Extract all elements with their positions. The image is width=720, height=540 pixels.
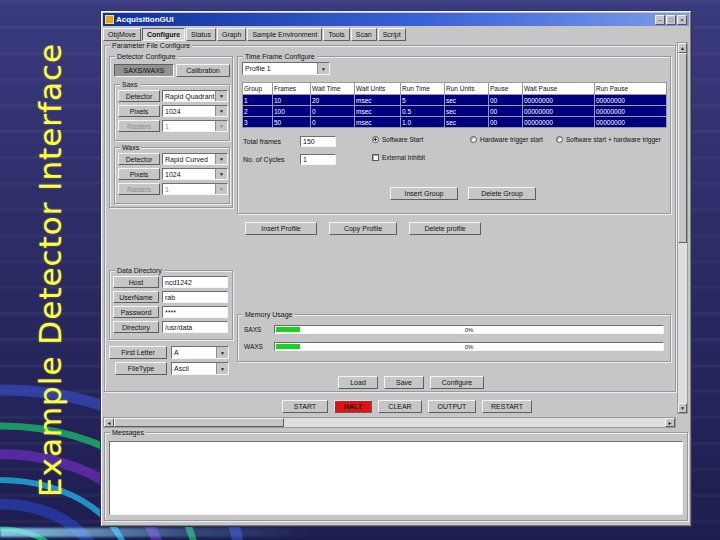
table-cell[interactable]: 00000000 [523,95,595,106]
table-cell[interactable]: 1.0 [401,117,445,128]
tab-scan[interactable]: Scan [351,28,377,41]
calibration-button[interactable]: Calibration [176,64,230,77]
table-cell[interactable]: 5 [401,95,445,106]
table-cell[interactable]: 100 [273,106,311,117]
configure-button[interactable]: Configure [430,376,484,389]
password-field[interactable]: **** [162,306,228,318]
parameter-file-panel: Parameter File Configure Detector Config… [104,45,676,392]
table-cell[interactable]: 00000000 [595,95,667,106]
copy-profile-button[interactable]: Copy Profile [329,222,397,235]
tab-sample-environment[interactable]: Sample Environment [247,28,322,41]
saxswaxs-button[interactable]: SAXS/WAXS [114,64,174,77]
radio-software-start[interactable]: Software Start [372,136,423,143]
time-frame-configure-title: Time Frame Configure [243,52,317,61]
waxs-rasters-value: 1 [163,184,215,194]
delete-group-button[interactable]: Delete Group [468,187,536,200]
table-cell[interactable]: 00 [489,106,523,117]
scroll-up-icon[interactable]: ▲ [678,43,687,53]
save-button[interactable]: Save [384,376,424,389]
table-row[interactable]: 2 100 0 msec 0.5 sec 00 00000000 0000000… [243,106,667,117]
table-cell[interactable]: msec [355,95,401,106]
table-cell[interactable]: 2 [243,106,273,117]
table-cell[interactable]: 00 [489,117,523,128]
scrollbar-thumb[interactable] [114,418,284,427]
clear-button[interactable]: CLEAR [378,400,422,413]
table-cell[interactable]: 00000000 [595,106,667,117]
table-cell[interactable]: 0.5 [401,106,445,117]
profile-select[interactable]: Profile 1 ▼ [242,62,330,75]
table-row[interactable]: 3 50 0 msec 1.0 sec 00 00000000 00000000 [243,117,667,128]
filetype-value: Ascii [172,363,216,374]
filetype-select[interactable]: Ascii ▼ [171,362,229,375]
start-button[interactable]: START [282,400,328,413]
messages-textarea[interactable] [109,441,683,515]
halt-button[interactable]: HALT [334,400,372,413]
chevron-down-icon: ▼ [215,91,227,101]
table-cell[interactable]: msec [355,117,401,128]
insert-profile-button[interactable]: Insert Profile [245,222,317,235]
table-cell[interactable]: 0 [311,106,355,117]
saxs-detector-select[interactable]: Rapid Quadrant ▼ [162,90,228,102]
saxs-rasters-value: 1 [163,121,215,131]
waxs-memory-value: 0% [275,343,663,350]
table-cell[interactable]: sec [445,95,489,106]
directory-field[interactable]: /usr/data [162,321,228,333]
data-directory-group: Data Directory Host ncd1242 UserName rab… [109,270,233,340]
table-cell[interactable]: 0 [311,117,355,128]
chevron-down-icon: ▼ [216,347,228,358]
horizontal-scrollbar[interactable]: ◄ ► [103,417,676,428]
column-header: Run Pause [595,83,667,95]
scroll-right-icon[interactable]: ► [665,418,675,427]
tab-graph[interactable]: Graph [217,28,246,41]
total-frames-field[interactable]: 150 [300,136,336,147]
table-cell[interactable]: sec [445,106,489,117]
table-row[interactable]: 1 10 20 msec 5 sec 00 00000000 00000000 [243,95,667,106]
cycles-field[interactable]: 1 [300,154,336,165]
username-field[interactable]: rab [162,291,228,303]
saxs-pixels-value: 1024 [163,106,215,116]
saxs-memory-value: 0% [275,326,663,333]
table-cell[interactable]: 00000000 [523,106,595,117]
table-cell[interactable]: 00 [489,95,523,106]
scroll-down-icon[interactable]: ▼ [678,403,687,413]
table-cell[interactable]: 1 [243,95,273,106]
restart-button[interactable]: RESTART [482,400,532,413]
tab-tools[interactable]: Tools [323,28,349,41]
insert-group-button[interactable]: Insert Group [390,187,458,200]
scrollbar-thumb[interactable] [678,53,687,243]
table-cell[interactable]: 00000000 [523,117,595,128]
radio-software-hardware[interactable]: Software start + hardware trigger [556,136,661,143]
first-letter-select[interactable]: A ▼ [171,346,229,359]
tab-status[interactable]: Status [186,28,216,41]
radio-label: Hardware trigger start [480,136,543,143]
window-titlebar[interactable]: AcquisitionGUI – □ × [103,13,689,26]
slide-title: Example Detector Interface [6,0,94,540]
table-cell[interactable]: 50 [273,117,311,128]
table-cell[interactable]: sec [445,117,489,128]
external-inhibit-checkbox[interactable]: External Inhibit [372,154,425,161]
load-button[interactable]: Load [338,376,378,389]
vertical-scrollbar[interactable]: ▲ ▼ [677,42,688,414]
radio-hardware-trigger[interactable]: Hardware trigger start [470,136,543,143]
close-icon[interactable]: × [677,15,687,25]
waxs-detector-select[interactable]: Rapid Curved ▼ [162,153,228,165]
minimize-icon[interactable]: – [655,15,665,25]
waxs-pixels-select[interactable]: 1024 ▼ [162,168,228,180]
chevron-down-icon: ▼ [215,169,227,179]
table-cell[interactable]: 00000000 [595,117,667,128]
maximize-icon[interactable]: □ [666,15,676,25]
host-field[interactable]: ncd1242 [162,276,228,288]
scroll-left-icon[interactable]: ◄ [104,418,114,427]
tab-objmove[interactable]: ObjMove [103,28,141,41]
table-cell[interactable]: msec [355,106,401,117]
table-cell[interactable]: 3 [243,117,273,128]
tab-configure[interactable]: Configure [142,28,185,41]
table-cell[interactable]: 10 [273,95,311,106]
radio-icon [556,136,563,143]
table-cell[interactable]: 20 [311,95,355,106]
output-button[interactable]: OUTPUT [428,400,476,413]
app-window: AcquisitionGUI – □ × ObjMove Configure S… [100,10,692,527]
tab-script[interactable]: Script [378,28,406,41]
delete-profile-button[interactable]: Delete profile [409,222,481,235]
saxs-pixels-select[interactable]: 1024 ▼ [162,105,228,117]
